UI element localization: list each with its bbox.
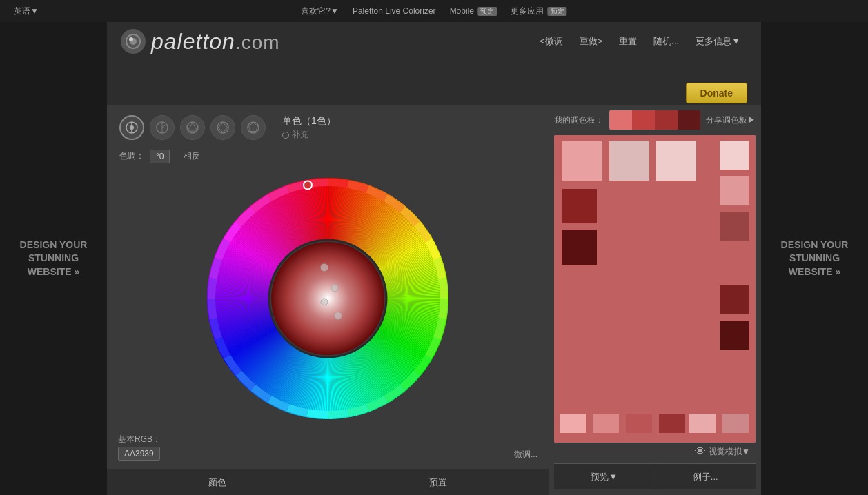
mode-main-label: 单色（1色） bbox=[282, 115, 336, 126]
tab-presets[interactable]: 预置 bbox=[328, 469, 549, 495]
left-side-ad[interactable]: DESIGN YOURSTUNNINGWEBSITE » bbox=[0, 22, 107, 495]
share-palette-btn[interactable]: 分享调色板▶ bbox=[706, 114, 756, 126]
palette-bar-3 bbox=[655, 110, 678, 130]
mode-five-icon[interactable] bbox=[241, 115, 266, 140]
svg-marker-14 bbox=[249, 123, 258, 132]
visual-sim-bar: 👁 视觉模拟▼ bbox=[554, 443, 756, 461]
tab-preview[interactable]: 预览▼ bbox=[554, 463, 655, 489]
my-palette-label: 我的调色板： bbox=[554, 114, 604, 126]
visual-sim-label[interactable]: 视觉模拟▼ bbox=[709, 446, 750, 458]
mode-label-area: 单色（1色） 补充 bbox=[282, 114, 336, 141]
mode-tetrad-icon[interactable] bbox=[210, 115, 235, 140]
svg-point-2 bbox=[129, 37, 133, 41]
nav-reset[interactable]: 重置 bbox=[612, 32, 644, 50]
left-bottom-tabs: 颜色 预置 bbox=[107, 469, 549, 495]
right-panel: 我的调色板： 分享调色板▶ 👁 视觉模拟▼ 预览▼ bbox=[549, 105, 761, 495]
lang-selector[interactable]: 英语▼ bbox=[14, 6, 39, 17]
my-palette-bar: 我的调色板： 分享调色板▶ bbox=[554, 110, 756, 130]
left-panel: 单色（1色） 补充 色调： °0 相反 基本RGB： bbox=[107, 105, 549, 495]
logo-icon bbox=[121, 29, 146, 54]
rgb-info: 基本RGB： AA3939 bbox=[118, 434, 161, 461]
mode-radio: 补充 bbox=[282, 129, 308, 141]
main-content: paletton.com <微调 重做> 重置 随机... 更多信息▼ Dona… bbox=[107, 22, 761, 495]
tab-color[interactable]: 颜色 bbox=[107, 469, 328, 495]
color-app: 单色（1色） 补充 色调： °0 相反 基本RGB： bbox=[107, 105, 761, 495]
mobile-badge: 预定 bbox=[477, 7, 497, 16]
right-ad-text: DESIGN YOURSTUNNINGWEBSITE » bbox=[781, 239, 849, 279]
nav-random[interactable]: 随机... bbox=[647, 32, 686, 50]
palette-preview-bar bbox=[609, 110, 700, 130]
logo: paletton.com bbox=[121, 29, 280, 54]
top-bar-center: 喜欢它?▼ Paletton Live Colorizer Mobile 预定 … bbox=[301, 6, 566, 17]
color-wheel-container bbox=[197, 168, 459, 430]
svg-rect-12 bbox=[218, 123, 228, 132]
header-nav: <微调 重做> 重置 随机... 更多信息▼ bbox=[533, 32, 747, 50]
top-bar: 英语▼ 喜欢它?▼ Paletton Live Colorizer Mobile… bbox=[0, 0, 868, 22]
svg-point-9 bbox=[187, 122, 198, 133]
right-bottom-tabs: 预览▼ 例子... bbox=[554, 463, 756, 489]
swatches-container bbox=[554, 135, 756, 443]
mode-mono-icon[interactable] bbox=[119, 115, 144, 140]
logo-wordmark: paletton.com bbox=[151, 29, 280, 54]
more-apps-badge: 预定 bbox=[548, 7, 567, 16]
color-wheel[interactable] bbox=[197, 168, 459, 430]
rgb-value[interactable]: AA3939 bbox=[118, 447, 160, 461]
nav-more-info[interactable]: 更多信息▼ bbox=[689, 32, 747, 50]
nav-redo[interactable]: 重做> bbox=[573, 32, 610, 50]
inverse-label[interactable]: 相反 bbox=[184, 150, 200, 162]
svg-point-5 bbox=[130, 125, 134, 130]
top-bar-like[interactable]: 喜欢它?▼ bbox=[301, 6, 339, 17]
tone-control: 色调： °0 相反 bbox=[114, 150, 542, 163]
fine-tune-btn[interactable]: 微调... bbox=[514, 449, 537, 461]
mode-sub-label: 补充 bbox=[292, 129, 308, 141]
mode-adjacent-icon[interactable] bbox=[150, 115, 175, 140]
palette-bar-2 bbox=[632, 110, 655, 130]
eye-icon: 👁 bbox=[695, 445, 706, 458]
tone-value[interactable]: °0 bbox=[150, 150, 170, 163]
mode-triad-icon[interactable] bbox=[180, 115, 205, 140]
rgb-label: 基本RGB： bbox=[118, 434, 161, 445]
top-bar-more-apps[interactable]: 更多应用 预定 bbox=[511, 6, 566, 17]
right-side-ad[interactable]: DESIGN YOURSTUNNINGWEBSITE » bbox=[761, 22, 868, 495]
top-bar-mobile[interactable]: Mobile 预定 bbox=[450, 6, 497, 17]
mode-icons-row: 单色（1色） 补充 bbox=[114, 112, 542, 144]
tab-example[interactable]: 例子... bbox=[655, 463, 756, 489]
donate-area: Donate bbox=[686, 83, 747, 103]
top-bar-live: Paletton Live Colorizer bbox=[353, 6, 436, 16]
swatch-canvas bbox=[554, 135, 756, 443]
svg-point-11 bbox=[217, 122, 228, 133]
tone-label: 色调： bbox=[119, 150, 144, 162]
svg-marker-10 bbox=[188, 123, 197, 131]
nav-finetune-prev[interactable]: <微调 bbox=[533, 32, 570, 50]
svg-line-8 bbox=[162, 124, 167, 128]
palette-bar-1 bbox=[609, 110, 632, 130]
app-header: paletton.com <微调 重做> 重置 随机... 更多信息▼ bbox=[107, 22, 761, 61]
donate-button[interactable]: Donate bbox=[686, 83, 747, 103]
left-ad-text: DESIGN YOURSTUNNINGWEBSITE » bbox=[20, 239, 88, 279]
palette-bar-4 bbox=[678, 110, 700, 130]
